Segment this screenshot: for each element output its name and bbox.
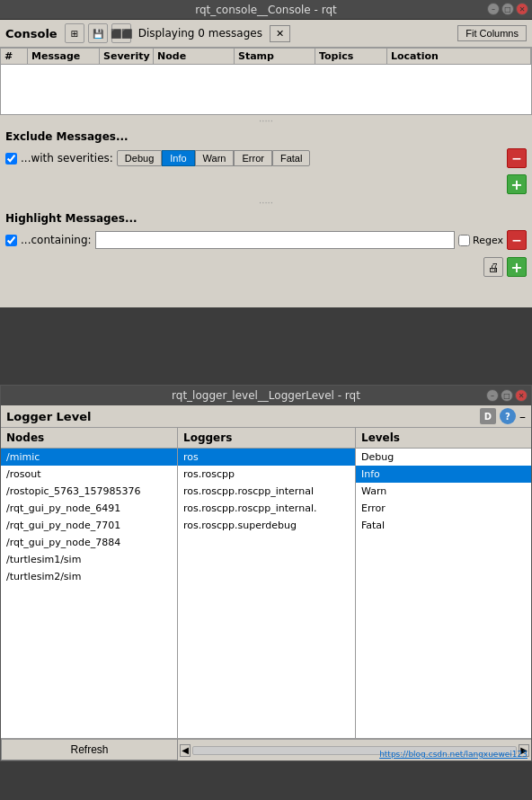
watermark: https://blog.csdn.net/langxuewei123 xyxy=(379,750,528,759)
highlight-label: Highlight Messages... xyxy=(0,209,532,227)
node-list-item[interactable]: /rostopic_5763_157985376 xyxy=(1,483,177,500)
dash-icon[interactable]: – xyxy=(519,409,526,423)
col-header-node: Node xyxy=(154,49,235,64)
loggers-list[interactable]: rosros.roscppros.roscpp.roscpp_internalr… xyxy=(178,449,355,738)
node-list-item[interactable]: /rqt_gui_py_node_7701 xyxy=(1,517,177,534)
col-header-hash: # xyxy=(1,49,28,64)
containing-checkbox-label[interactable] xyxy=(5,235,17,246)
levels-header: Levels xyxy=(356,428,531,449)
exclude-filter-row: ...with severities: Debug Info Warn Erro… xyxy=(0,145,532,172)
exclude-checkbox-label[interactable] xyxy=(5,153,17,164)
console-toolbar: Console ⊞ 💾 ⬛⬛ Displaying 0 messages ✕ F… xyxy=(0,20,532,48)
node-list-item[interactable]: /rosout xyxy=(1,466,177,483)
exclude-remove-button[interactable]: − xyxy=(507,148,527,168)
logger-minimize-button[interactable]: – xyxy=(486,389,499,402)
highlight-remove-button[interactable]: − xyxy=(507,230,527,250)
containing-row: ...containing: Regex − xyxy=(0,227,532,253)
console-titlebar: rqt_console__Console - rqt – □ ✕ xyxy=(0,0,532,20)
regex-checkbox[interactable] xyxy=(458,235,470,246)
loggers-header: Loggers xyxy=(178,428,355,449)
exclude-checkbox[interactable] xyxy=(5,153,17,164)
logger-title-text: rqt_logger_level__LoggerLevel - rqt xyxy=(172,389,360,402)
scroll-left-btn[interactable]: ◀ xyxy=(180,744,191,757)
help-icon[interactable]: ? xyxy=(500,408,516,424)
containing-input[interactable] xyxy=(95,231,455,249)
containing-label: ...containing: xyxy=(21,234,92,246)
col-header-topics: Topics xyxy=(315,49,387,64)
exclude-label: Exclude Messages... xyxy=(0,127,532,145)
severity-debug[interactable]: Debug xyxy=(117,150,162,166)
level-list-item[interactable]: Error xyxy=(356,500,531,517)
logger-maximize-button[interactable]: □ xyxy=(501,389,513,402)
col-header-severity: Severity xyxy=(100,49,154,64)
logger-columns: Nodes /mimic/rosout/rostopic_5763_157985… xyxy=(1,428,531,738)
regex-label: Regex xyxy=(458,235,503,246)
highlight-section: Highlight Messages... ...containing: Reg… xyxy=(0,209,532,307)
col-header-location: Location xyxy=(387,49,531,64)
node-list-item[interactable]: /mimic xyxy=(1,449,177,466)
console-window-controls: – □ ✕ xyxy=(487,3,528,15)
logger-list-item[interactable]: ros.roscpp.roscpp_internal. xyxy=(178,500,355,517)
logger-list-item[interactable]: ros xyxy=(178,449,355,466)
severity-error[interactable]: Error xyxy=(234,150,271,166)
severity-label: ...with severities: xyxy=(21,152,113,164)
d-icon: D xyxy=(480,408,496,424)
nodes-header: Nodes xyxy=(1,428,177,449)
exclude-section: Exclude Messages... ...with severities: … xyxy=(0,127,532,197)
logger-list-item[interactable]: ros.roscpp.roscpp_internal xyxy=(178,483,355,500)
nodes-list[interactable]: /mimic/rosout/rostopic_5763_157985376/rq… xyxy=(1,449,177,738)
severity-buttons: Debug Info Warn Error Fatal xyxy=(117,150,311,166)
close-button[interactable]: ✕ xyxy=(516,3,528,15)
exclude-add-button[interactable]: + xyxy=(507,174,527,194)
severity-fatal[interactable]: Fatal xyxy=(272,150,310,166)
highlight-add-button[interactable]: + xyxy=(507,257,527,277)
console-table: # Message Severity Node Stamp Topics Loc… xyxy=(0,48,532,115)
node-list-item[interactable]: /rqt_gui_py_node_7884 xyxy=(1,534,177,551)
col-header-stamp: Stamp xyxy=(235,49,315,64)
loggers-panel: Loggers rosros.roscppros.roscpp.roscpp_i… xyxy=(178,428,356,738)
clear-button[interactable]: ✕ xyxy=(270,25,290,42)
logger-window-controls: – □ ✕ xyxy=(486,389,528,402)
divider2: ····· xyxy=(0,197,532,209)
console-icon3[interactable]: ⬛⬛ xyxy=(111,23,131,43)
console-icon1[interactable]: ⊞ xyxy=(65,23,84,43)
logger-window: rqt_logger_level__LoggerLevel - rqt – □ … xyxy=(0,385,532,761)
console-window-label: Console xyxy=(5,27,58,40)
levels-list[interactable]: DebugInfoWarnErrorFatal xyxy=(356,449,531,738)
console-title-text: rqt_console__Console - rqt xyxy=(195,4,337,16)
level-list-item[interactable]: Debug xyxy=(356,449,531,466)
logger-list-item[interactable]: ros.roscpp xyxy=(178,466,355,483)
containing-checkbox[interactable] xyxy=(5,235,17,246)
maximize-button[interactable]: □ xyxy=(501,3,514,15)
table-body xyxy=(1,65,531,110)
table-header-row: # Message Severity Node Stamp Topics Loc… xyxy=(1,49,531,65)
fit-columns-button[interactable]: Fit Columns xyxy=(457,25,527,41)
divider1: ····· xyxy=(0,115,532,127)
logger-close-button[interactable]: ✕ xyxy=(515,389,528,402)
node-list-item[interactable]: /rqt_gui_py_node_6491 xyxy=(1,500,177,517)
nodes-panel: Nodes /mimic/rosout/rostopic_5763_157985… xyxy=(1,428,178,738)
col-header-message: Message xyxy=(28,49,100,64)
minimize-button[interactable]: – xyxy=(487,3,500,15)
logger-titlebar: rqt_logger_level__LoggerLevel - rqt – □ … xyxy=(1,386,531,405)
logger-list-item[interactable]: ros.roscpp.superdebug xyxy=(178,517,355,534)
level-list-item[interactable]: Fatal xyxy=(356,517,531,534)
levels-panel: Levels DebugInfoWarnErrorFatal xyxy=(356,428,531,738)
exclude-extra-row: + xyxy=(0,172,532,197)
console-window: Console ⊞ 💾 ⬛⬛ Displaying 0 messages ✕ F… xyxy=(0,20,532,307)
console-status: Displaying 0 messages xyxy=(138,27,262,40)
severity-warn[interactable]: Warn xyxy=(195,150,235,166)
level-list-item[interactable]: Warn xyxy=(356,483,531,500)
highlight-icon-btn[interactable]: 🖨 xyxy=(483,257,503,277)
logger-toolbar: Logger Level D ? – xyxy=(1,405,531,428)
console-icon2[interactable]: 💾 xyxy=(88,23,108,43)
level-list-item[interactable]: Info xyxy=(356,466,531,483)
logger-window-label: Logger Level xyxy=(6,410,91,423)
refresh-button[interactable]: Refresh xyxy=(1,739,178,760)
node-list-item[interactable]: /turtlesim1/sim xyxy=(1,551,177,568)
node-list-item[interactable]: /turtlesim2/sim xyxy=(1,568,177,585)
severity-info[interactable]: Info xyxy=(162,150,194,166)
